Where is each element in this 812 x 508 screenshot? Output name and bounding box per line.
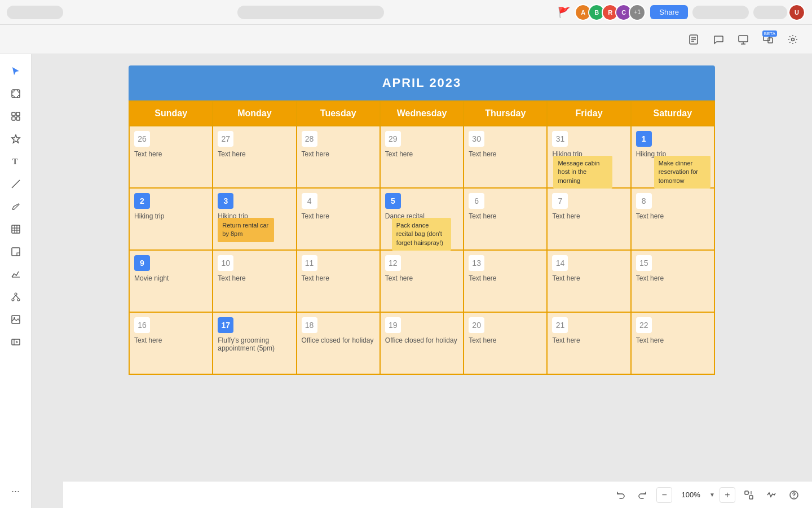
svg-rect-4 [739,36,748,42]
cell-21[interactable]: 21 Text here [548,313,631,375]
share-button[interactable]: Share [650,5,688,19]
top-bar-breadcrumb[interactable] [7,6,63,19]
calendar-title: APRIL 2023 [129,65,715,100]
sticky-rental[interactable]: Return rental car by 8pm [218,218,274,242]
svg-point-9 [792,38,795,41]
date-17: 17 [218,317,233,333]
cell-5[interactable]: 5 Dance recital Pack dance recital bag (… [381,189,464,251]
cell-7[interactable]: 7 Text here [548,189,631,251]
date-13: 13 [469,255,484,271]
sidebar-image-tool[interactable] [6,309,26,330]
cell-10[interactable]: 10 Text here [213,251,297,313]
main-layout: T ··· APRIL 2023 [0,54,812,508]
cell-3[interactable]: 3 Hiking trip Return rental car by 8pm [213,189,297,251]
zoom-level[interactable]: 100% [677,491,705,499]
svg-rect-40 [12,339,20,345]
cell-17[interactable]: 17 Fluffy's grooming appointment (5pm) [213,313,297,375]
cell-18[interactable]: 18 Office closed for holiday [297,313,381,375]
zoom-controls: − 100% ▼ + [656,487,735,503]
cell-6[interactable]: 6 Text here [464,189,548,251]
help-button[interactable] [785,486,803,504]
cell-12[interactable]: 12 Text here [381,251,464,313]
text-17: Fluffy's grooming appointment (5pm) [218,336,291,352]
text-12: Text here [385,274,458,282]
sidebar-favorites-tool[interactable] [6,129,26,149]
sidebar-chart-tool[interactable] [6,264,26,284]
date-31: 31 [552,131,568,147]
cell-16[interactable]: 16 Text here [130,313,213,375]
top-bar-right: 🚩 A B R C +1 Share U [558,4,805,21]
text-14: Text here [552,274,625,282]
date-11: 11 [302,255,317,271]
cell-13[interactable]: 13 Text here [464,251,548,313]
sticky-dance[interactable]: Pack dance recital bag (don't forget hai… [392,218,451,251]
sidebar-table-tool[interactable] [6,219,26,239]
text-7: Text here [552,212,625,220]
cell-27[interactable]: 27 Text here [213,126,297,189]
sidebar-frame-tool[interactable] [6,84,26,104]
screens-icon-button[interactable]: BETA [758,29,778,50]
text-13: Text here [469,274,542,282]
sidebar-text-tool[interactable]: T [6,151,26,172]
cell-14[interactable]: 14 Text here [548,251,631,313]
svg-rect-7 [764,36,770,41]
sidebar-components-tool[interactable] [6,106,26,126]
cell-11[interactable]: 11 Text here [297,251,381,313]
day-header-saturday: Saturday [632,102,715,126]
sidebar-embed-tool[interactable] [6,332,26,352]
cell-1[interactable]: 1 Hiking trip Make dinner reservation fo… [632,126,715,189]
text-29: Text here [385,150,458,158]
cell-29[interactable]: 29 Text here [381,126,464,189]
top-bar: 🚩 A B R C +1 Share U [0,0,812,25]
undo-button[interactable] [611,486,629,504]
present-icon-button[interactable] [733,29,753,50]
activity-button[interactable] [762,486,780,504]
cell-20[interactable]: 20 Text here [464,313,548,375]
redo-button[interactable] [634,486,652,504]
zoom-chevron-icon: ▼ [709,492,715,498]
sidebar-cursor-tool[interactable] [6,61,26,81]
svg-point-35 [17,299,20,301]
cell-9[interactable]: 9 Movie night [130,251,213,313]
sidebar-diagram-tool[interactable] [6,287,26,307]
fit-view-button[interactable] [740,486,758,504]
sticky-dinner[interactable]: Make dinner reservation for tomorrow [654,156,710,189]
sidebar-line-tool[interactable] [6,174,26,194]
date-26: 26 [134,131,150,147]
zoom-in-button[interactable]: + [720,487,735,503]
sidebar-more-button[interactable]: ··· [6,481,26,501]
date-29: 29 [385,131,401,147]
date-9: 9 [134,255,150,271]
cell-2[interactable]: 2 Hiking trip [130,189,213,251]
sidebar-draw-tool[interactable] [6,196,26,217]
text-6: Text here [469,212,542,220]
cell-30[interactable]: 30 Text here [464,126,548,189]
svg-rect-19 [12,112,15,116]
canvas-area[interactable]: APRIL 2023 Sunday Monday Tuesday Wednesd… [32,54,812,508]
zoom-out-button[interactable]: − [656,487,672,503]
day-header-friday: Friday [548,102,631,126]
cell-31[interactable]: 31 Hiking trip Message cabin host in the… [548,126,631,189]
user-avatar[interactable]: U [788,4,805,21]
svg-rect-31 [12,248,20,256]
text-27: Text here [218,150,291,158]
calendar-week-3: 9 Movie night 10 Text here 11 Text here … [130,251,715,313]
cell-4[interactable]: 4 Text here [297,189,381,251]
cell-15[interactable]: 15 Text here [632,251,715,313]
date-5: 5 [385,193,401,209]
date-4: 4 [302,193,317,209]
cell-22[interactable]: 22 Text here [632,313,715,375]
date-14: 14 [552,255,568,271]
settings-icon-button[interactable] [783,29,803,50]
day-headers: Sunday Monday Tuesday Wednesday Thursday… [130,102,715,126]
cell-28[interactable]: 28 Text here [297,126,381,189]
cell-19[interactable]: 19 Office closed for holiday [381,313,464,375]
comment-icon-button[interactable] [708,29,729,50]
pages-icon-button[interactable] [683,29,704,50]
svg-line-25 [12,180,20,188]
avatar-group: A B R C +1 [575,4,646,21]
cell-8[interactable]: 8 Text here [632,189,715,251]
cell-26[interactable]: 26 Text here [130,126,213,189]
sticky-cabin[interactable]: Message cabin host in the morning [553,156,612,189]
sidebar-sticky-tool[interactable] [6,242,26,262]
